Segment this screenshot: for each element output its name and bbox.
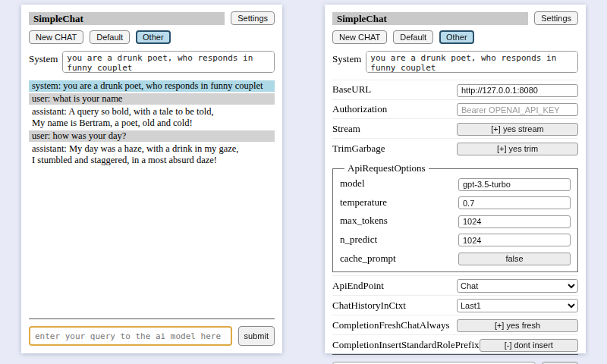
- divider: [29, 318, 275, 319]
- settings-panel: SimpleChat Settings New CHAT Default Oth…: [325, 5, 586, 353]
- setting-row-completion-role-prefix: CompletionInsertStandardRolePrefix [-] d…: [332, 334, 578, 354]
- api-endpoint-select[interactable]: Chat: [457, 279, 578, 293]
- temperature-label: temperature: [340, 196, 387, 209]
- system-prompt-row: System you are a drunk poet, who respond…: [29, 51, 275, 73]
- setting-row-n-predict: n_predict: [340, 231, 571, 249]
- app-title: SimpleChat: [29, 12, 225, 25]
- page: SimpleChat Settings New CHAT Default Oth…: [0, 0, 607, 364]
- query-section: submit: [29, 318, 275, 346]
- chat-log: system: you are a drunk poet, who respon…: [29, 80, 275, 318]
- session-other-button[interactable]: Other: [439, 30, 474, 44]
- system-prompt-row: System you are a drunk poet, who respond…: [332, 51, 578, 73]
- app-title: SimpleChat: [332, 12, 528, 25]
- stream-label: Stream: [332, 123, 360, 135]
- system-label: System: [332, 51, 361, 65]
- query-section: submit: [332, 354, 578, 364]
- system-prompt-input[interactable]: you are a drunk poet, who responds in fu…: [366, 51, 578, 73]
- n-predict-input[interactable]: [458, 234, 571, 246]
- session-other-button[interactable]: Other: [136, 30, 171, 44]
- setting-row-cache-prompt: cache_prompt false: [340, 249, 571, 268]
- new-chat-button[interactable]: New CHAT: [332, 30, 387, 44]
- chat-message-system: system: you are a drunk poet, who respon…: [29, 80, 275, 92]
- temperature-input[interactable]: [458, 196, 571, 209]
- setting-row-trimgarbage: TrimGarbage [+] yes trim: [332, 138, 578, 158]
- setting-row-temperature: temperature: [340, 193, 571, 212]
- completion-fresh-toggle-button[interactable]: [+] yes fresh: [457, 319, 578, 332]
- settings-list: BaseURL Authorization Stream [+] yes str…: [332, 80, 578, 354]
- header-row: SimpleChat Settings: [29, 11, 275, 25]
- query-row: submit: [29, 326, 275, 346]
- new-chat-button[interactable]: New CHAT: [29, 30, 83, 44]
- baseurl-input[interactable]: [457, 84, 578, 97]
- chat-history-select[interactable]: Last1: [457, 299, 578, 312]
- divider: [332, 354, 578, 355]
- query-input[interactable]: [29, 326, 232, 346]
- cache-prompt-label: cache_prompt: [340, 253, 396, 265]
- model-input[interactable]: [458, 178, 571, 191]
- settings-button[interactable]: Settings: [534, 11, 578, 25]
- chat-history-label: ChatHistoryInCtxt: [332, 300, 406, 312]
- setting-row-max-tokens: max_tokens: [340, 212, 571, 231]
- system-prompt-input[interactable]: you are a drunk poet, who responds in fu…: [62, 51, 275, 73]
- chat-message-user: user: what is your name: [29, 93, 275, 105]
- max-tokens-input[interactable]: [458, 215, 571, 228]
- session-default-button[interactable]: Default: [90, 30, 130, 44]
- setting-row-model: model: [340, 174, 571, 193]
- chat-message-user: user: how was your day?: [29, 130, 275, 142]
- chat-toolbar: New CHAT Default Other: [332, 30, 578, 44]
- trimgarbage-toggle-button[interactable]: [+] yes trim: [457, 143, 578, 155]
- header-row: SimpleChat Settings: [332, 11, 578, 25]
- chat-message-assistant: assistant: My day was a haze, with a dri…: [29, 143, 275, 166]
- authorization-label: Authorization: [332, 103, 387, 115]
- setting-row-authorization: Authorization: [332, 99, 578, 119]
- completion-role-prefix-toggle-button[interactable]: [-] dont insert: [480, 339, 578, 352]
- authorization-input[interactable]: [457, 103, 578, 116]
- system-label: System: [29, 51, 58, 65]
- completion-fresh-label: CompletionFreshChatAlways: [332, 319, 450, 331]
- setting-row-chat-history: ChatHistoryInCtxt Last1: [332, 295, 578, 315]
- stream-toggle-button[interactable]: [+] yes stream: [457, 123, 578, 136]
- api-request-options-fieldset: ApiRequestOptions model temperature max_…: [332, 162, 578, 272]
- settings-button[interactable]: Settings: [231, 11, 275, 25]
- setting-row-baseurl: BaseURL: [332, 80, 578, 99]
- max-tokens-label: max_tokens: [340, 215, 388, 227]
- baseurl-label: BaseURL: [332, 83, 371, 96]
- trimgarbage-label: TrimGarbage: [332, 143, 385, 155]
- cache-prompt-toggle-button[interactable]: false: [458, 253, 571, 265]
- chat-panel: SimpleChat Settings New CHAT Default Oth…: [21, 5, 282, 353]
- n-predict-label: n_predict: [340, 234, 377, 246]
- model-label: model: [340, 177, 365, 190]
- setting-row-api-endpoint: ApiEndPoint Chat: [332, 275, 578, 295]
- setting-row-completion-fresh: CompletionFreshChatAlways [+] yes fresh: [332, 315, 578, 334]
- completion-role-prefix-label: CompletionInsertStandardRolePrefix: [332, 339, 480, 351]
- setting-row-stream: Stream [+] yes stream: [332, 118, 578, 138]
- chat-message-assistant: assistant: A query so bold, with a tale …: [29, 106, 275, 129]
- submit-button[interactable]: submit: [238, 326, 275, 346]
- session-default-button[interactable]: Default: [393, 30, 433, 44]
- api-request-options-legend: ApiRequestOptions: [344, 162, 429, 174]
- api-endpoint-label: ApiEndPoint: [332, 280, 384, 292]
- chat-toolbar: New CHAT Default Other: [29, 30, 275, 44]
